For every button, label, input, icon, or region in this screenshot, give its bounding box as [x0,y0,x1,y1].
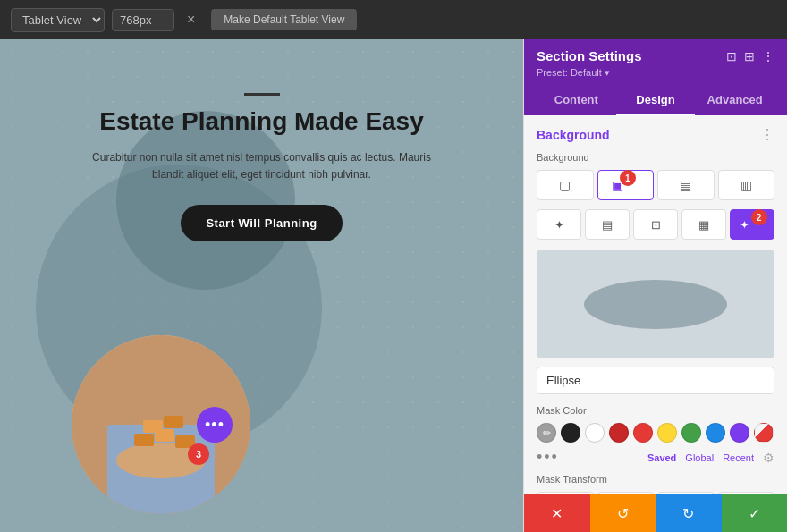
preview-ellipse-shape [584,280,727,329]
eyedropper-swatch[interactable]: ✏ [537,423,556,443]
panel-header: Section Settings ⊡ ⊞ ⋮ Preset: Default ▾… [524,39,787,115]
color-swatches: ✏ [537,423,774,443]
bg-type-color[interactable]: ▣1 [597,170,655,200]
dots-menu-button[interactable]: ••• [197,407,233,443]
footer-undo-button[interactable]: ↺ [590,494,656,532]
close-view-button[interactable]: × [182,10,200,30]
section-title-row: Background ⋮ [537,126,774,143]
color-green[interactable] [681,423,701,443]
view-select[interactable]: Tablet View [11,8,105,32]
panel-footer: ✕ ↺ ↻ ✓ [524,494,787,532]
color-blue[interactable] [706,423,725,443]
main-layout: Estate Planning Made Easy Curabitur non … [0,39,787,532]
panel-tabs: Content Design Advanced [537,86,774,115]
bg-label: Background [537,152,774,163]
color-tab-saved[interactable]: Saved [647,452,676,463]
make-default-button[interactable]: Make Default Tablet View [211,9,357,30]
badge-2: 2 [751,209,767,225]
tab-design[interactable]: Design [616,86,696,115]
color-stripe[interactable] [754,423,774,443]
ellipse-select[interactable]: Ellipse Circle Rectangle Triangle [537,367,774,394]
icon-type-pattern[interactable]: ✦ [537,209,581,240]
canvas-area: Estate Planning Made Easy Curabitur non … [0,39,523,532]
cta-button[interactable]: Start Will Planning [181,205,342,241]
section-title: Background [537,128,610,142]
icon-type-mask[interactable]: ✦2 [730,209,774,240]
dots-icon: ••• [205,416,224,435]
top-bar: Tablet View × Make Default Tablet View [0,0,787,39]
color-white[interactable] [585,423,605,443]
bg-type-row: ▢ ▣1 ▤ ▥ [537,170,774,200]
color-yellow[interactable] [657,423,677,443]
canvas-badge-3: 3 [188,443,209,465]
footer-save-button[interactable]: ✓ [722,494,788,532]
more-icon[interactable]: ⋮ [762,49,774,63]
preset-label[interactable]: Preset: Default ▾ [537,67,774,79]
color-red[interactable] [633,423,653,443]
bg-type-none[interactable]: ▢ [537,170,594,200]
color-purple[interactable] [730,423,749,443]
color-tab-global[interactable]: Global [685,452,714,463]
panel-body: Background ⋮ Background ▢ ▣1 ▤ ▥ ✦ ▤ ⊡ ▦ [524,115,787,494]
tab-advanced[interactable]: Advanced [695,86,774,115]
icon-type-row: ✦ ▤ ⊡ ▦ ✦2 [537,209,774,240]
section-more-icon[interactable]: ⋮ [760,126,774,143]
decorative-line [244,93,280,96]
panel-header-icons: ⊡ ⊞ ⋮ [726,49,774,63]
px-input[interactable] [112,9,174,31]
color-settings-icon[interactable]: ⚙ [763,451,774,465]
svg-rect-3 [134,434,154,446]
more-colors-icon[interactable]: ••• [537,448,559,467]
color-dark-red[interactable] [609,423,629,443]
mask-preview [537,250,774,358]
icon-type-texture[interactable]: ▤ [585,209,630,240]
icon-type-image[interactable]: ⊡ [633,209,678,240]
page-title: Estate Planning Made Easy [99,106,424,137]
page-subtitle: Curabitur non nulla sit amet nisl tempus… [92,149,432,183]
dots-more-row: ••• [537,448,559,467]
settings-panel: Section Settings ⊡ ⊞ ⋮ Preset: Default ▾… [523,39,787,532]
svg-rect-6 [143,420,163,433]
color-tab-recent[interactable]: Recent [723,452,754,463]
ellipse-dropdown-row: Ellipse Circle Rectangle Triangle [537,367,774,394]
footer-redo-button[interactable]: ↻ [656,494,722,532]
bg-type-image[interactable]: ▥ [718,170,775,200]
color-black[interactable] [561,423,580,443]
panel-title-row: Section Settings ⊡ ⊞ ⋮ [537,48,774,63]
bg-type-gradient[interactable]: ▤ [657,170,715,200]
mask-color-label: Mask Color [537,405,774,416]
layout-icon[interactable]: ⊞ [744,49,755,63]
responsive-icon[interactable]: ⊡ [726,49,737,63]
color-tabs: Saved Global Recent ⚙ [647,451,774,465]
tab-content[interactable]: Content [537,86,616,115]
svg-rect-7 [164,416,183,428]
mask-transform-label: Mask Transform [537,474,774,485]
icon-type-video[interactable]: ▦ [681,209,726,240]
footer-cancel-button[interactable]: ✕ [524,494,590,532]
panel-title: Section Settings [537,48,642,63]
badge-1: 1 [620,170,636,186]
